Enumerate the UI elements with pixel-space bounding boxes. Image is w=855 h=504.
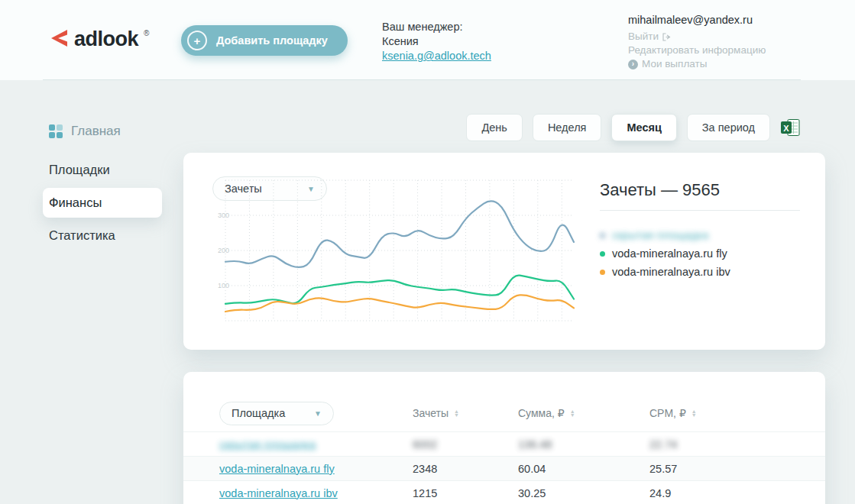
cell-summa: 136.48 bbox=[518, 438, 649, 451]
chevron-down-icon: ▼ bbox=[314, 409, 322, 418]
account-email: mihailmaleev@yandex.ru bbox=[628, 14, 766, 26]
header-divider bbox=[43, 79, 801, 80]
cell-summa: 30.25 bbox=[518, 487, 649, 499]
legend-label: скрытая площадка bbox=[612, 229, 708, 241]
column-header-summa: Сумма, ₽ ▲▼ bbox=[518, 407, 649, 419]
sort-icon[interactable]: ▲▼ bbox=[691, 409, 697, 418]
column-header-cpm: CPM, ₽ ▲▼ bbox=[649, 407, 795, 419]
adlook-logo[interactable]: adlook ® bbox=[49, 27, 149, 50]
logout-icon bbox=[662, 33, 672, 41]
site-dropdown-value: Площадка bbox=[232, 407, 285, 419]
tab-day[interactable]: День bbox=[466, 114, 522, 141]
manager-email-link[interactable]: ksenia.g@adlook.tech bbox=[382, 50, 491, 62]
sidebar-item-statistics[interactable]: Статистика bbox=[49, 228, 115, 243]
table-row: voda-mineralnaya.ru fly 2348 60.04 25.57 bbox=[183, 456, 825, 480]
logout-link[interactable]: Выйти bbox=[628, 30, 766, 44]
top-header: adlook ® + Добавить площадку Ваш менедже… bbox=[0, 0, 855, 80]
adlook-logo-icon bbox=[49, 27, 69, 49]
payouts-link[interactable]: › Мои выплаты bbox=[628, 57, 766, 71]
tab-month[interactable]: Месяц bbox=[611, 114, 676, 141]
account-block: mihailmaleev@yandex.ru Выйти Редактирова… bbox=[628, 14, 766, 71]
add-platform-button[interactable]: + Добавить площадку bbox=[181, 25, 348, 56]
period-tabs: День Неделя Месяц За период X bbox=[466, 114, 801, 141]
cell-zachety: 6002 bbox=[413, 438, 518, 451]
chart-card: Зачеты ▼ 100200300 Зачеты — 9565 скрытая… bbox=[183, 153, 825, 350]
home-label: Главная bbox=[71, 124, 121, 139]
add-platform-label: Добавить площадку bbox=[216, 34, 328, 47]
svg-text:200: 200 bbox=[218, 247, 229, 254]
legend-item-fly[interactable]: voda-mineralnaya.ru fly bbox=[600, 244, 800, 263]
home-grid-icon bbox=[49, 124, 63, 138]
chart-title: Зачеты — 9565 bbox=[600, 180, 800, 200]
legend-label: voda-mineralnaya.ru fly bbox=[612, 247, 727, 260]
cell-summa: 60.04 bbox=[518, 463, 649, 475]
sidebar-item-home[interactable]: Главная bbox=[49, 124, 121, 139]
edit-info-link[interactable]: Редактировать информацию bbox=[628, 44, 766, 57]
excel-export-icon[interactable]: X bbox=[780, 118, 801, 138]
site-dropdown[interactable]: Площадка ▼ bbox=[219, 402, 334, 425]
table-row: скрытая площадка 6002 136.48 22.74 bbox=[183, 431, 825, 456]
column-header-zachety: Зачеты ▲▼ bbox=[413, 407, 518, 419]
table-row: voda-mineralnaya.ru ibv 1215 30.25 24.9 bbox=[183, 480, 825, 504]
legend-dot bbox=[600, 233, 605, 238]
cell-cpm: 24.9 bbox=[649, 487, 795, 499]
site-link-fly[interactable]: voda-mineralnaya.ru fly bbox=[219, 463, 413, 475]
legend-dot bbox=[600, 251, 605, 257]
cell-cpm: 22.74 bbox=[649, 438, 795, 451]
legend-label: voda-mineralnaya.ru ibv bbox=[612, 266, 730, 278]
table-header-row: Площадка ▼ Зачеты ▲▼ Сумма, ₽ ▲▼ CPM, ₽ … bbox=[183, 395, 825, 431]
svg-text:100: 100 bbox=[218, 282, 229, 289]
sidebar-item-finances[interactable]: Финансы bbox=[43, 188, 162, 218]
chart-summary-panel: Зачеты — 9565 скрытая площадка voda-mine… bbox=[600, 180, 800, 281]
cell-cpm: 25.57 bbox=[649, 463, 795, 475]
title-divider bbox=[600, 210, 800, 211]
cell-zachety: 1215 bbox=[413, 487, 518, 499]
finances-label: Финансы bbox=[49, 195, 102, 210]
logo-registered-mark: ® bbox=[144, 29, 149, 37]
tab-period[interactable]: За период bbox=[687, 114, 770, 141]
svg-text:X: X bbox=[783, 123, 789, 132]
tab-week[interactable]: Неделя bbox=[533, 114, 602, 141]
traffic-chart: 100200300 bbox=[218, 174, 577, 330]
plus-icon: + bbox=[187, 31, 207, 50]
svg-text:300: 300 bbox=[218, 212, 229, 219]
legend-item-ibv[interactable]: voda-mineralnaya.ru ibv bbox=[600, 263, 800, 281]
site-link-redacted[interactable]: скрытая площадка bbox=[219, 438, 413, 451]
sort-icon[interactable]: ▲▼ bbox=[454, 409, 459, 418]
manager-name: Ксения bbox=[382, 34, 491, 49]
manager-label: Ваш менеджер: bbox=[382, 20, 491, 34]
logout-label: Выйти bbox=[628, 30, 659, 44]
edit-info-label: Редактировать информацию bbox=[628, 44, 766, 57]
sort-icon[interactable]: ▲▼ bbox=[570, 409, 575, 418]
site-link-ibv[interactable]: voda-mineralnaya.ru ibv bbox=[219, 487, 413, 499]
legend-item-redacted[interactable]: скрытая площадка bbox=[600, 226, 800, 244]
logo-text: adlook bbox=[74, 27, 138, 50]
cell-zachety: 2348 bbox=[413, 463, 518, 475]
manager-block: Ваш менеджер: Ксения ksenia.g@adlook.tec… bbox=[382, 20, 491, 63]
sidebar-item-platforms[interactable]: Площадки bbox=[49, 163, 110, 177]
legend-dot bbox=[600, 270, 605, 275]
payouts-icon: › bbox=[628, 60, 638, 69]
payouts-label: Мои выплаты bbox=[642, 57, 707, 71]
table-card: Площадка ▼ Зачеты ▲▼ Сумма, ₽ ▲▼ CPM, ₽ … bbox=[183, 372, 825, 504]
chart-legend: скрытая площадка voda-mineralnaya.ru fly… bbox=[600, 226, 800, 281]
